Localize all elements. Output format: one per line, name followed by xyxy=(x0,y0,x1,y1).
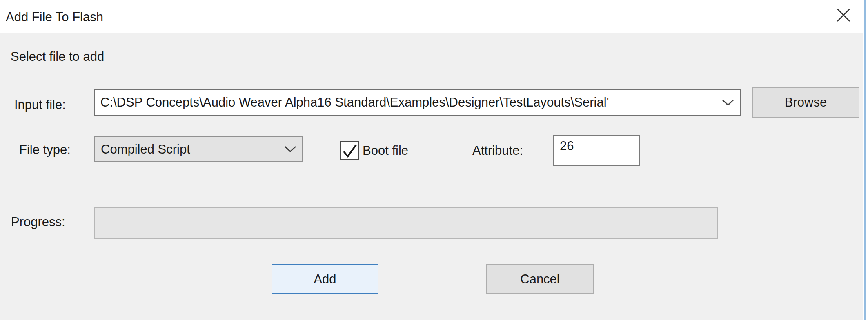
file-type-label: File type: xyxy=(19,142,71,158)
input-file-label: Input file: xyxy=(14,97,66,113)
close-icon xyxy=(835,7,852,23)
boot-file-label[interactable]: Boot file xyxy=(363,143,408,158)
attribute-field[interactable] xyxy=(553,135,640,166)
titlebar: Add File To Flash xyxy=(0,0,864,33)
progress-label: Progress: xyxy=(11,214,65,230)
chevron-down-icon xyxy=(722,99,734,106)
chevron-down-icon xyxy=(278,137,302,161)
dialog-body: Select file to add Input file: Browse Fi… xyxy=(0,33,863,320)
window-title: Add File To Flash xyxy=(6,0,103,33)
input-file-dropdown-button[interactable] xyxy=(716,90,740,115)
checkmark-icon xyxy=(341,142,358,160)
input-file-combobox[interactable] xyxy=(94,89,741,116)
file-type-dropdown[interactable]: Compiled Script xyxy=(94,136,303,162)
window-edge-border xyxy=(864,0,866,320)
dialog-heading: Select file to add xyxy=(11,49,104,65)
browse-button-label: Browse xyxy=(785,95,827,110)
add-button[interactable]: Add xyxy=(272,264,378,294)
boot-file-checkbox[interactable] xyxy=(340,141,359,160)
cancel-button-label: Cancel xyxy=(520,272,560,287)
attribute-label: Attribute: xyxy=(472,143,523,158)
browse-button[interactable]: Browse xyxy=(752,87,859,118)
cancel-button[interactable]: Cancel xyxy=(486,264,594,294)
progress-bar xyxy=(94,207,718,239)
file-type-selected-value: Compiled Script xyxy=(95,142,278,157)
add-file-to-flash-dialog: Add File To Flash Select file to add Inp… xyxy=(0,0,868,325)
close-button[interactable] xyxy=(826,2,861,29)
input-file-field[interactable] xyxy=(95,90,716,115)
add-button-label: Add xyxy=(314,272,336,287)
